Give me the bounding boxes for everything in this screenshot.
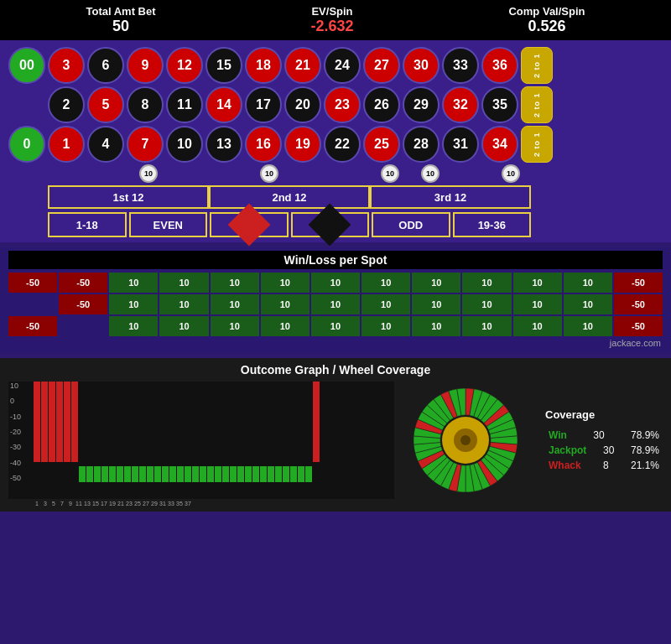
num-cell-22[interactable]: 22 [324,126,361,163]
num-cell-34[interactable]: 34 [481,126,518,163]
num-cell-16[interactable]: 16 [245,126,282,163]
bar-25 [222,466,229,482]
roulette-table: 00 0 36912151821242730333625811141720232… [8,47,663,163]
wl-cell-r1c8: 10 [412,294,460,314]
chip-9[interactable]: 10 [421,164,440,183]
dozen-3rd[interactable]: 3rd 12 [370,185,531,209]
num-cell-26[interactable]: 26 [363,86,400,123]
num-cell-25[interactable]: 25 [363,126,400,163]
bet-19-36[interactable]: 19-36 [453,212,532,237]
bar-21 [192,466,199,482]
wl-cell-r1c6: 10 [311,294,360,314]
two-to-one-mid[interactable]: 2 to 1 [521,86,553,123]
num-cell-36[interactable]: 36 [481,47,518,84]
x-label-5: 11 [75,501,82,506]
y-label-neg50: -50 [10,474,21,482]
x-label-9: 19 [109,501,116,506]
dozen-1st[interactable]: 1st 12 [48,185,209,209]
coverage-row-0: Win3078.9% [545,428,663,443]
num-cell-3[interactable]: 3 [48,47,85,84]
bar-20 [185,466,191,482]
num-cell-24[interactable]: 24 [324,47,361,84]
chip-5[interactable]: 10 [260,164,278,183]
bar-34 [290,466,297,482]
coverage-label-1: Jackpot [549,444,586,456]
num-cell-2[interactable]: 2 [48,86,85,123]
num-cell-33[interactable]: 33 [442,47,479,84]
num-cell-15[interactable]: 15 [205,47,242,84]
num-cell-5[interactable]: 5 [87,86,124,123]
num-cell-20[interactable]: 20 [284,86,321,123]
wl-cell-r2c1 [59,316,107,336]
num-cell-6[interactable]: 6 [87,47,124,84]
bet-red[interactable] [210,212,289,237]
num-cell-30[interactable]: 30 [403,47,440,84]
num-cell-27[interactable]: 27 [363,47,400,84]
bet-1-18[interactable]: 1-18 [48,212,127,237]
num-cell-35[interactable]: 35 [481,86,518,123]
bet-odd[interactable]: ODD [372,212,450,237]
red-diamond-icon [227,204,270,247]
wl-cell-r0c8: 10 [412,273,460,293]
x-label-15: 31 [159,501,166,506]
num-cell-32[interactable]: 32 [442,86,479,123]
ev-spin-value: -2.632 [310,18,353,35]
coverage-label-0: Win [549,429,567,441]
two-to-one-bot[interactable]: 2 to 1 [521,126,553,163]
num-cell-28[interactable]: 28 [403,126,440,163]
num-cell-1[interactable]: 1 [48,126,85,163]
coverage-row-2: Whack821.1% [545,458,663,473]
wl-cell-r1c3: 10 [159,294,208,314]
wl-cell-r2c3: 10 [159,316,208,336]
num-cell-9[interactable]: 9 [127,47,164,84]
num-cell-10[interactable]: 10 [166,126,203,163]
num-cell-19[interactable]: 19 [284,126,321,163]
chip-11[interactable]: 10 [502,164,520,183]
single-zero[interactable]: 0 [8,126,45,163]
chip-8[interactable]: 10 [381,164,399,183]
chip-slot-2: 10 [128,164,169,183]
graph-title: Outcome Graph / Wheel Coverage [8,363,663,377]
num-cell-11[interactable]: 11 [166,86,203,123]
num-cell-4[interactable]: 4 [87,126,124,163]
wl-cell-r1c11: 10 [564,294,612,314]
bet-black[interactable] [291,212,370,237]
bars-area [34,382,320,482]
num-cell-17[interactable]: 17 [245,86,282,123]
wl-cell-r0c12: -50 [614,273,663,293]
x-label-14: 29 [151,501,158,506]
num-cell-18[interactable]: 18 [245,47,282,84]
comp-val-spin-col: Comp Val/Spin 0.526 [508,5,585,35]
num-cell-7[interactable]: 7 [127,126,164,163]
wl-cell-r1c10: 10 [513,294,562,314]
num-cell-21[interactable]: 21 [284,47,321,84]
num-cell-29[interactable]: 29 [403,86,440,123]
num-cell-8[interactable]: 8 [127,86,164,123]
dozen-2nd[interactable]: 2nd 12 [209,185,370,209]
chips-row: 1010101010 [48,164,531,183]
wheel-center-core [460,435,471,445]
wl-cell-r1c2: 10 [109,294,158,314]
bar-6 [79,466,86,482]
num-cell-31[interactable]: 31 [442,126,479,163]
dozens-row: 1st 12 2nd 12 3rd 12 [48,185,531,209]
wheel-svg [411,386,520,495]
total-amt-bet-col: Total Amt Bet 50 [86,5,155,35]
chip-slot-7 [330,164,370,183]
bet-even[interactable]: EVEN [129,212,208,237]
table-section: 00 0 36912151821242730333625811141720232… [0,40,671,242]
bar-11 [117,466,123,482]
two-to-one-top[interactable]: 2 to 1 [521,47,553,84]
bar-15 [147,466,153,482]
winloss-title: Win/Loss per Spot [8,251,663,269]
wl-cell-r1c4: 10 [211,294,259,314]
num-cell-14[interactable]: 14 [205,86,242,123]
bar-12 [124,466,131,482]
num-cell-23[interactable]: 23 [324,86,361,123]
wl-cell-r0c5: 10 [261,273,309,293]
chip-2[interactable]: 10 [139,164,158,183]
num-cell-12[interactable]: 12 [166,47,203,84]
num-cell-13[interactable]: 13 [205,126,242,163]
bar-35 [298,466,304,482]
double-zero[interactable]: 00 [8,47,45,84]
